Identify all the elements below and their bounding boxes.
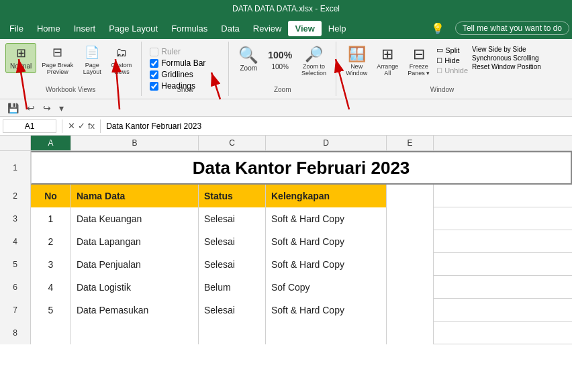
col-header-c[interactable]: C [199, 136, 266, 150]
reset-window-button[interactable]: Reset Window Position [472, 63, 541, 70]
cell-a7[interactable]: 5 [31, 299, 71, 322]
ruler-checkbox[interactable] [150, 48, 158, 56]
menu-formulas[interactable]: Formulas [164, 21, 214, 36]
col-header-a[interactable]: A [31, 136, 71, 150]
cell-d6[interactable]: Sof Copy [266, 276, 387, 299]
cell-e2[interactable] [387, 185, 434, 207]
cell-e7[interactable] [387, 299, 434, 322]
cell-b3[interactable]: Data Keuangan [71, 207, 199, 230]
row-num-7: 7 [0, 299, 31, 322]
confirm-formula-button[interactable]: ✓ [78, 121, 85, 131]
cell-d4[interactable]: Soft & Hard Copy [266, 230, 387, 253]
cell-c2[interactable]: Status [199, 185, 266, 207]
headings-checkbox[interactable] [150, 82, 158, 91]
synchronous-button[interactable]: Synchronous Scrolling [472, 54, 541, 62]
page-layout-button[interactable]: 📄 PageLayout [79, 43, 105, 78]
menu-view[interactable]: View [288, 21, 321, 36]
arrange-label: ArrangeAll [377, 63, 398, 77]
ribbon: ⊞ Normal ⊟ Page BreakPreview 📄 PageLayou… [0, 39, 572, 99]
normal-icon: ⊞ [16, 46, 26, 61]
window-far-right: View Side by Side Synchronous Scrolling … [471, 43, 542, 73]
cell-c7[interactable]: Selesai [199, 299, 266, 322]
formula-input[interactable] [103, 120, 572, 132]
unhide-label: Unhide [444, 66, 468, 75]
normal-button[interactable]: ⊞ Normal [5, 43, 36, 73]
ruler-check[interactable]: Ruler [150, 47, 205, 56]
tell-me-box[interactable]: Tell me what you want to do [455, 21, 569, 35]
menu-insert[interactable]: Insert [67, 21, 103, 36]
customize-qa-button[interactable]: ▾ [57, 102, 66, 114]
menu-file[interactable]: File [3, 21, 30, 36]
zoom-button[interactable]: 🔍 Zoom [234, 43, 263, 75]
split-button[interactable]: ▭ Split [436, 46, 468, 54]
cell-c6[interactable]: Belum [199, 276, 266, 299]
cell-e4[interactable] [387, 230, 434, 253]
col-header-d[interactable]: D [266, 136, 387, 150]
menu-data[interactable]: Data [214, 21, 246, 36]
merged-title-cell[interactable]: Data Kantor Februari 2023 [31, 151, 572, 185]
page-break-label: Page BreakPreview [42, 62, 73, 75]
cell-e8[interactable] [387, 322, 434, 344]
menu-review[interactable]: Review [246, 21, 289, 36]
new-window-button[interactable]: 🪟 NewWindow [342, 43, 371, 79]
workbook-views-group: ⊞ Normal ⊟ Page BreakPreview 📄 PageLayou… [0, 42, 142, 96]
view-side-button[interactable]: View Side by Side [472, 46, 541, 53]
new-window-icon: 🪟 [348, 46, 366, 63]
cell-c5[interactable]: Selesai [199, 253, 266, 276]
cancel-formula-button[interactable]: ✕ [68, 121, 75, 131]
cell-b5[interactable]: Data Penjualan [71, 253, 199, 276]
reset-window-label: Reset Window Position [472, 63, 541, 70]
menu-help[interactable]: Help [322, 21, 353, 36]
gridlines-check[interactable]: Gridlines [150, 70, 205, 79]
cell-b4[interactable]: Data Lapangan [71, 230, 199, 253]
cell-e3[interactable] [387, 207, 434, 230]
gridlines-checkbox[interactable] [150, 70, 158, 79]
menu-bar: File Home Insert Page Layout Formulas Da… [0, 17, 572, 39]
cell-a8[interactable] [31, 322, 71, 344]
cell-d2[interactable]: Kelengkapan [266, 185, 387, 207]
cell-c8[interactable] [199, 322, 266, 344]
cell-e5[interactable] [387, 253, 434, 276]
cell-c4[interactable]: Selesai [199, 230, 266, 253]
zoom-icon: 🔍 [238, 46, 258, 64]
unhide-button[interactable]: ◻ Unhide [436, 66, 468, 75]
cell-a2[interactable]: No [31, 185, 71, 207]
cell-b2[interactable]: Nama Data [71, 185, 199, 207]
cell-e6[interactable] [387, 276, 434, 299]
page-break-button[interactable]: ⊟ Page BreakPreview [38, 43, 77, 78]
undo-button[interactable]: ↩ [25, 102, 37, 114]
page-layout-icon: 📄 [85, 46, 99, 60]
custom-views-button[interactable]: 🗂 CustomViews [107, 43, 136, 78]
zoom-100-button[interactable]: 100% 100% [264, 43, 296, 73]
cell-b7[interactable]: Data Pemasukan [71, 299, 199, 322]
hide-button[interactable]: ◻ Hide [436, 56, 468, 64]
redo-button[interactable]: ↪ [41, 102, 53, 114]
cell-d7[interactable]: Soft & Hard Copy [266, 299, 387, 322]
formula-bar-checkbox[interactable] [150, 59, 158, 68]
cell-a5[interactable]: 3 [31, 253, 71, 276]
row-7: 7 5 Data Pemasukan Selesai Soft & Hard C… [0, 299, 572, 322]
col-header-e[interactable]: E [387, 136, 434, 150]
cell-b8[interactable] [71, 322, 199, 344]
cell-c3[interactable]: Selesai [199, 207, 266, 230]
synchronous-label: Synchronous Scrolling [472, 54, 539, 62]
name-box[interactable] [3, 119, 56, 133]
cell-a3[interactable]: 1 [31, 207, 71, 230]
formula-bar-check[interactable]: Formula Bar [150, 58, 205, 68]
cell-a6[interactable]: 4 [31, 276, 71, 299]
menu-page-layout[interactable]: Page Layout [102, 21, 164, 36]
col-header-b[interactable]: B [71, 136, 199, 150]
formula-controls: ✕ ✓ fx [65, 121, 97, 131]
cell-b6[interactable]: Data Logistik [71, 276, 199, 299]
freeze-panes-button[interactable]: ⊟ FreezePanes ▾ [403, 43, 434, 79]
cell-a4[interactable]: 2 [31, 230, 71, 253]
arrange-all-button[interactable]: ⊞ ArrangeAll [373, 43, 402, 79]
cell-d8[interactable] [266, 322, 387, 344]
cell-d3[interactable]: Soft & Hard Copy [266, 207, 387, 230]
save-button[interactable]: 💾 [5, 102, 21, 114]
row-1: 1 Data Kantor Februari 2023 [0, 151, 572, 185]
cell-d5[interactable]: Soft & Hard Copy [266, 253, 387, 276]
menu-home[interactable]: Home [30, 21, 67, 36]
insert-function-button[interactable]: fx [88, 121, 95, 131]
zoom-selection-button[interactable]: 🔎 Zoom toSelection [297, 43, 330, 79]
